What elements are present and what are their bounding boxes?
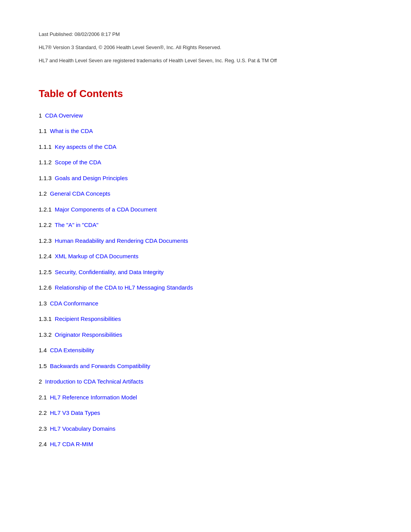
toc-item: 1.2.4 XML Markup of CDA Documents xyxy=(39,252,372,261)
table-of-contents: Table of Contents 1 CDA Overview1.1 What… xyxy=(39,88,372,449)
toc-item: 2 Introduction to CDA Technical Artifact… xyxy=(39,377,372,386)
toc-number: 2.1 xyxy=(39,394,47,401)
toc-link[interactable]: What is the CDA xyxy=(50,128,93,134)
toc-number: 1.3 xyxy=(39,300,47,307)
toc-item: 1.3 CDA Conformance xyxy=(39,299,372,308)
toc-item: 1.1.3 Goals and Design Principles xyxy=(39,174,372,183)
toc-item: 1 CDA Overview xyxy=(39,111,372,120)
toc-number: 1.1.3 xyxy=(39,175,51,181)
toc-number: 1.5 xyxy=(39,363,47,369)
toc-item: 1.3.2 Originator Responsibilities xyxy=(39,331,372,339)
toc-item: 1.2.5 Security, Confidentiality, and Dat… xyxy=(39,268,372,277)
toc-link[interactable]: HL7 CDA R-MIM xyxy=(50,441,93,447)
toc-link[interactable]: Relationship of the CDA to HL7 Messaging… xyxy=(55,284,193,291)
toc-item: 1.1.1 Key aspects of the CDA xyxy=(39,143,372,152)
toc-link[interactable]: Human Readability and Rendering CDA Docu… xyxy=(55,237,188,244)
toc-item: 1.4 CDA Extensibility xyxy=(39,346,372,355)
copyright: HL7® Version 3 Standard, © 2006 Health L… xyxy=(39,44,372,51)
toc-link[interactable]: Scope of the CDA xyxy=(55,159,101,165)
toc-link[interactable]: General CDA Concepts xyxy=(50,190,110,197)
toc-number: 2.4 xyxy=(39,441,47,447)
toc-item: 2.4 HL7 CDA R-MIM xyxy=(39,440,372,449)
toc-item: 1.1.2 Scope of the CDA xyxy=(39,158,372,167)
toc-number: 1 xyxy=(39,112,42,119)
toc-link[interactable]: XML Markup of CDA Documents xyxy=(55,253,139,259)
toc-link[interactable]: Recipient Responsibilities xyxy=(55,315,121,322)
toc-number: 1.4 xyxy=(39,347,47,353)
trademark: HL7 and Health Level Seven are registere… xyxy=(39,57,372,64)
toc-link[interactable]: CDA Overview xyxy=(45,112,83,119)
last-published: Last Published: 08/02/2006 8:17 PM xyxy=(39,31,372,38)
toc-number: 2.2 xyxy=(39,409,47,416)
toc-number: 1.2.2 xyxy=(39,222,51,228)
toc-number: 1.2.6 xyxy=(39,284,51,291)
toc-link[interactable]: Key aspects of the CDA xyxy=(55,143,116,150)
toc-link[interactable]: Major Components of a CDA Document xyxy=(55,206,157,213)
toc-item: 2.2 HL7 V3 Data Types xyxy=(39,409,372,418)
toc-heading: Table of Contents xyxy=(39,88,372,100)
toc-item: 1.2 General CDA Concepts xyxy=(39,189,372,198)
toc-number: 1.2 xyxy=(39,190,47,197)
toc-item: 1.2.3 Human Readability and Rendering CD… xyxy=(39,237,372,246)
toc-item: 2.3 HL7 Vocabulary Domains xyxy=(39,425,372,433)
toc-item: 1.1 What is the CDA xyxy=(39,127,372,136)
toc-link[interactable]: HL7 Vocabulary Domains xyxy=(50,425,115,432)
toc-number: 1.2.1 xyxy=(39,206,51,213)
toc-number: 1.2.5 xyxy=(39,269,51,275)
toc-link[interactable]: Introduction to CDA Technical Artifacts xyxy=(45,378,144,385)
toc-number: 1.3.2 xyxy=(39,331,51,338)
toc-number: 1.2.3 xyxy=(39,237,51,244)
toc-number: 2.3 xyxy=(39,425,47,432)
toc-number: 2 xyxy=(39,378,42,385)
toc-number: 1.1.1 xyxy=(39,143,51,150)
toc-link[interactable]: The "A" in "CDA" xyxy=(55,222,98,228)
toc-link[interactable]: Originator Responsibilities xyxy=(55,331,122,338)
toc-number: 1.1.2 xyxy=(39,159,51,165)
toc-item: 2.1 HL7 Reference Information Model xyxy=(39,393,372,402)
toc-link[interactable]: HL7 V3 Data Types xyxy=(50,409,100,416)
toc-link[interactable]: Backwards and Forwards Compatibility xyxy=(50,363,150,369)
meta-section: Last Published: 08/02/2006 8:17 PM HL7® … xyxy=(39,31,372,65)
toc-list: 1 CDA Overview1.1 What is the CDA1.1.1 K… xyxy=(39,111,372,449)
toc-number: 1.2.4 xyxy=(39,253,51,259)
toc-item: 1.2.6 Relationship of the CDA to HL7 Mes… xyxy=(39,283,372,292)
toc-link[interactable]: Goals and Design Principles xyxy=(55,175,128,181)
toc-link[interactable]: CDA Conformance xyxy=(50,300,98,307)
toc-link[interactable]: CDA Extensibility xyxy=(50,347,94,353)
toc-item: 1.2.2 The "A" in "CDA" xyxy=(39,221,372,230)
toc-item: 1.3.1 Recipient Responsibilities xyxy=(39,315,372,324)
toc-number: 1.1 xyxy=(39,128,47,134)
toc-link[interactable]: Security, Confidentiality, and Data Inte… xyxy=(55,269,164,275)
toc-link[interactable]: HL7 Reference Information Model xyxy=(50,394,137,401)
toc-item: 1.5 Backwards and Forwards Compatibility xyxy=(39,362,372,371)
toc-number: 1.3.1 xyxy=(39,315,51,322)
toc-item: 1.2.1 Major Components of a CDA Document xyxy=(39,205,372,214)
